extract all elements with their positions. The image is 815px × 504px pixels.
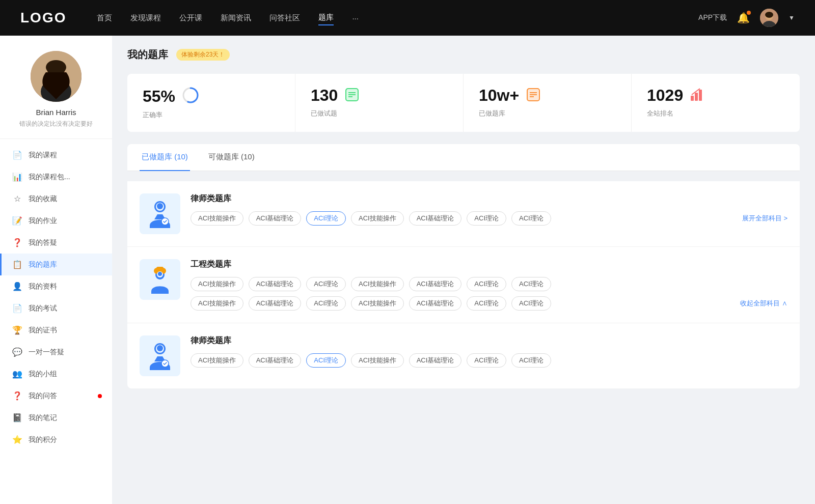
stat-rank: 1029 全站排名 [632, 74, 800, 132]
nav-open-course[interactable]: 公开课 [179, 11, 202, 25]
sidebar-item-points[interactable]: ⭐ 我的积分 [0, 429, 112, 451]
sidebar-item-profile[interactable]: 👤 我的资料 [0, 275, 112, 297]
tag-1-3[interactable]: ACI理论 [306, 211, 346, 226]
stat-accuracy: 55% 正确率 [127, 74, 295, 132]
svg-point-3 [765, 12, 773, 18]
tag-1-5[interactable]: ACI基础理论 [409, 211, 462, 226]
tag-1-2[interactable]: ACI基础理论 [249, 211, 302, 226]
sidebar-item-qbank[interactable]: 📋 我的题库 [0, 254, 112, 275]
qbank-3-title: 律师类题库 [191, 335, 787, 346]
notification-bell[interactable]: 🔔 [737, 12, 750, 24]
sidebar-item-exam[interactable]: 📄 我的考试 [0, 297, 112, 319]
tag-2-14[interactable]: ACI理论 [511, 296, 551, 311]
app-download-button[interactable]: APP下载 [698, 13, 727, 22]
accuracy-chart-icon [181, 86, 200, 106]
sidebar-item-favorites[interactable]: ☆ 我的收藏 [0, 188, 112, 210]
certificate-icon: 🏆 [12, 325, 22, 335]
tag-1-6[interactable]: ACI理论 [467, 211, 506, 226]
stat-done-banks: 10w+ 已做题库 [464, 74, 632, 132]
stat-rank-top: 1029 [647, 86, 784, 105]
expand-1-button[interactable]: 展开全部科目 > [742, 214, 787, 223]
sidebar-menu: 📄 我的课程 📊 我的课程包... ☆ 我的收藏 📝 我的作业 ❓ 我的答疑 📋 [0, 144, 112, 451]
tag-3-1[interactable]: ACI技能操作 [191, 353, 243, 368]
tag-3-3[interactable]: ACI理论 [306, 353, 346, 368]
stat-done-label: 已做试题 [311, 109, 448, 118]
sidebar-item-my-courses[interactable]: 📄 我的课程 [0, 144, 112, 166]
tag-2-1[interactable]: ACI技能操作 [191, 277, 243, 291]
stat-rank-label: 全站排名 [647, 109, 784, 118]
nav-qbank[interactable]: 题库 [318, 11, 334, 25]
stat-accuracy-label: 正确率 [143, 110, 280, 120]
sidebar-item-one-on-one[interactable]: 💬 一对一答疑 [0, 341, 112, 363]
stat-banks-label: 已做题库 [479, 109, 616, 118]
tag-1-7[interactable]: ACI理论 [511, 211, 551, 226]
trial-badge: 体验剩余23天！ [176, 49, 230, 61]
done-banks-icon [525, 87, 541, 105]
nav-home[interactable]: 首页 [97, 11, 112, 25]
tag-2-13[interactable]: ACI理论 [467, 296, 506, 311]
sidebar-avatar [31, 51, 82, 102]
nav-discover[interactable]: 发现课程 [130, 11, 161, 25]
page-header: 我的题库 体验剩余23天！ [127, 48, 800, 62]
sidebar-item-group[interactable]: 👥 我的小组 [0, 363, 112, 385]
qbank-2-tags-row1: ACI技能操作 ACI基础理论 ACI理论 ACI技能操作 ACI基础理论 AC… [191, 277, 787, 291]
collapse-2-button[interactable]: 收起全部科目 ∧ [740, 299, 787, 308]
tag-1-1[interactable]: ACI技能操作 [191, 211, 243, 226]
nav-qa[interactable]: 问答社区 [269, 11, 300, 25]
tab-todo[interactable]: 可做题库 (10) [206, 144, 257, 171]
sidebar-item-my-qa[interactable]: ❓ 我的答疑 [0, 232, 112, 254]
qbank-1-icon [140, 193, 180, 234]
main-layout: Brian Harris 错误的决定比没有决定要好 📄 我的课程 📊 我的课程包… [0, 36, 815, 504]
qbank-card-3: 律师类题库 ACI技能操作 ACI基础理论 ACI理论 ACI技能操作 ACI基… [127, 323, 800, 388]
tag-3-6[interactable]: ACI理论 [467, 353, 506, 368]
avatar[interactable] [760, 9, 778, 27]
rank-icon [689, 87, 705, 105]
qbank-1-content: 律师类题库 ACI技能操作 ACI基础理论 ACI理论 ACI技能操作 ACI基… [191, 193, 787, 226]
avatar-image [760, 9, 778, 27]
sidebar-item-course-package[interactable]: 📊 我的课程包... [0, 166, 112, 188]
tag-1-4[interactable]: ACI技能操作 [351, 211, 404, 226]
tag-2-2[interactable]: ACI基础理论 [249, 277, 302, 291]
tag-2-12[interactable]: ACI基础理论 [409, 296, 462, 311]
tag-2-9[interactable]: ACI基础理论 [249, 296, 302, 311]
tag-3-2[interactable]: ACI基础理论 [249, 353, 302, 368]
stat-banks-top: 10w+ [479, 86, 616, 105]
qbank-card-1-inner: 律师类题库 ACI技能操作 ACI基础理论 ACI理论 ACI技能操作 ACI基… [140, 193, 787, 234]
stat-rank-value: 1029 [647, 86, 683, 105]
points-icon: ⭐ [12, 435, 22, 444]
tabs: 已做题库 (10) 可做题库 (10) [127, 144, 800, 171]
tag-2-3[interactable]: ACI理论 [306, 277, 346, 291]
main-content: 我的题库 体验剩余23天！ 55% 正确率 13 [112, 36, 815, 504]
tag-2-5[interactable]: ACI基础理论 [409, 277, 462, 291]
tag-2-8[interactable]: ACI技能操作 [191, 296, 243, 311]
qbank-section: 已做题库 (10) 可做题库 (10) [127, 144, 800, 388]
nav-news[interactable]: 新闻资讯 [221, 11, 251, 25]
nav-more[interactable]: ··· [352, 12, 359, 24]
qbank-1-tags: ACI技能操作 ACI基础理论 ACI理论 ACI技能操作 ACI基础理论 AC… [191, 211, 787, 226]
sidebar-user-motto: 错误的决定比没有决定要好 [10, 120, 102, 128]
tag-3-4[interactable]: ACI技能操作 [351, 353, 404, 368]
sidebar-item-notes[interactable]: 📓 我的笔记 [0, 407, 112, 429]
logo[interactable]: LOGO [20, 10, 66, 26]
sidebar: Brian Harris 错误的决定比没有决定要好 📄 我的课程 📊 我的课程包… [0, 36, 112, 504]
main-nav: 首页 发现课程 公开课 新闻资讯 问答社区 题库 ··· [97, 11, 698, 25]
exam-icon: 📄 [12, 303, 22, 313]
tag-2-4[interactable]: ACI技能操作 [351, 277, 404, 291]
tag-2-6[interactable]: ACI理论 [467, 277, 506, 291]
avatar-dropdown-icon[interactable]: ▼ [789, 14, 795, 21]
qbank-card-2: 工程类题库 ACI技能操作 ACI基础理论 ACI理论 ACI技能操作 ACI基… [127, 247, 800, 323]
tag-2-11[interactable]: ACI技能操作 [351, 296, 404, 311]
tag-2-10[interactable]: ACI理论 [306, 296, 346, 311]
tag-2-7[interactable]: ACI理论 [511, 277, 551, 291]
tab-done[interactable]: 已做题库 (10) [140, 144, 190, 171]
qbank-3-content: 律师类题库 ACI技能操作 ACI基础理论 ACI理论 ACI技能操作 ACI基… [191, 335, 787, 368]
questions-dot [98, 394, 102, 398]
group-icon: 👥 [12, 369, 22, 379]
sidebar-item-questions[interactable]: ❓ 我的问答 [0, 385, 112, 407]
qbank-1-title: 律师类题库 [191, 193, 787, 204]
avatar-inner [31, 51, 82, 102]
sidebar-item-certificate[interactable]: 🏆 我的证书 [0, 319, 112, 341]
tag-3-5[interactable]: ACI基础理论 [409, 353, 462, 368]
tag-3-7[interactable]: ACI理论 [511, 353, 551, 368]
sidebar-item-homework[interactable]: 📝 我的作业 [0, 210, 112, 232]
